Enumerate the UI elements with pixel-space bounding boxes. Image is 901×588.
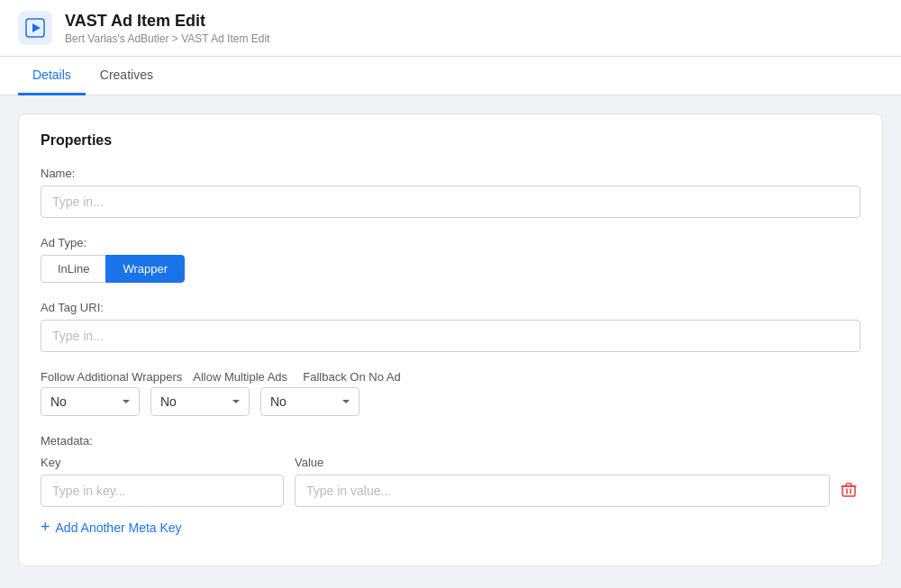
tab-creatives[interactable]: Creatives (86, 57, 168, 95)
metadata-value-input[interactable] (295, 475, 830, 507)
ad-tag-uri-group: Ad Tag URI: (41, 301, 860, 352)
key-col-header: Key (41, 455, 284, 469)
ad-type-inline-btn[interactable]: InLine (41, 255, 105, 283)
svg-rect-2 (842, 486, 855, 496)
tab-bar: Details Creatives (0, 57, 901, 95)
ad-type-label: Ad Type: (41, 236, 860, 249)
dropdowns-labels: Follow Additional Wrappers Allow Multipl… (41, 370, 860, 384)
ad-type-group: Ad Type: InLine Wrapper (41, 236, 860, 283)
page-footer: Cancel Save Ad Item (0, 584, 901, 588)
follow-wrappers-label: Follow Additional Wrappers (41, 370, 182, 384)
metadata-value-col (295, 475, 830, 507)
section-title: Properties (41, 132, 860, 149)
metadata-key-col (41, 475, 284, 507)
header-text-block: VAST Ad Item Edit Bert Varlas's AdButler… (65, 12, 269, 45)
add-meta-label: Add Another Meta Key (56, 520, 182, 535)
metadata-delete-btn[interactable] (837, 475, 860, 505)
fallback-select[interactable]: No Yes (260, 387, 359, 416)
main-content: Properties Name: Ad Type: InLine Wrapper… (0, 95, 901, 584)
add-meta-key-btn[interactable]: + Add Another Meta Key (41, 514, 182, 540)
metadata-section: Metadata: Key Value (41, 434, 860, 540)
name-group: Name: (41, 167, 860, 218)
ad-type-wrapper-btn[interactable]: Wrapper (105, 255, 185, 283)
name-input[interactable] (41, 185, 860, 218)
allow-multiple-select[interactable]: No Yes (150, 387, 250, 416)
breadcrumb: Bert Varlas's AdButler > VAST Ad Item Ed… (65, 32, 269, 45)
plus-icon: + (41, 518, 50, 537)
ad-type-toggle: InLine Wrapper (41, 255, 860, 283)
page-title: VAST Ad Item Edit (65, 12, 269, 31)
key-label: Key (41, 456, 60, 469)
metadata-col-headers: Key Value (41, 455, 860, 469)
ad-tag-uri-label: Ad Tag URI: (41, 301, 860, 314)
metadata-key-input[interactable] (41, 475, 284, 507)
value-label: Value (295, 456, 323, 469)
tab-details[interactable]: Details (18, 57, 86, 95)
value-col-header: Value (295, 455, 860, 469)
name-label: Name: (41, 167, 860, 180)
fallback-label: Fallback On No Ad (303, 370, 402, 384)
ad-tag-uri-input[interactable] (41, 320, 860, 352)
dropdowns-row: No Yes No Yes No Yes (41, 387, 860, 416)
metadata-title: Metadata: (41, 434, 860, 448)
properties-card: Properties Name: Ad Type: InLine Wrapper… (18, 113, 883, 566)
dropdowns-section: Follow Additional Wrappers Allow Multipl… (41, 370, 860, 416)
app-icon (18, 11, 52, 45)
allow-multiple-label: Allow Multiple Ads (193, 370, 292, 384)
follow-wrappers-select[interactable]: No Yes (41, 387, 140, 416)
page-header: VAST Ad Item Edit Bert Varlas's AdButler… (0, 0, 901, 57)
metadata-row (41, 475, 860, 507)
